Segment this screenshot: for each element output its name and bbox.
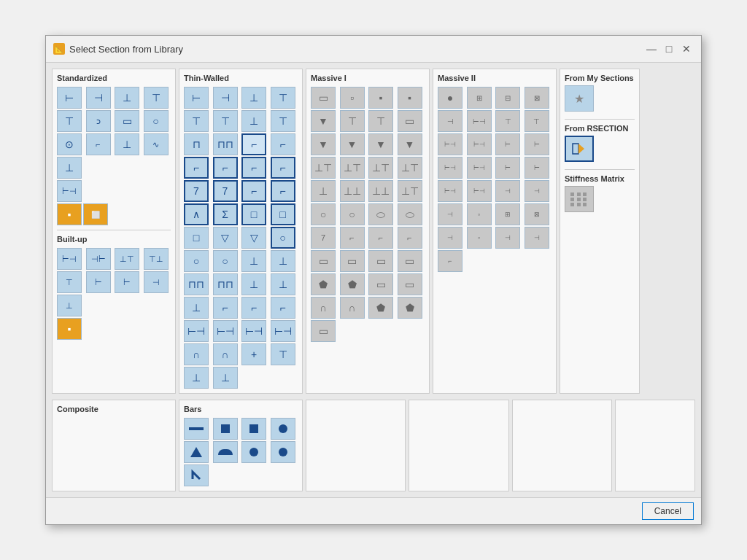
mii-icon-22[interactable]: ▫: [467, 203, 492, 225]
rsection-icon[interactable]: [565, 136, 594, 162]
mi-icon-23[interactable]: ⬭: [368, 203, 393, 225]
mii-icon-7[interactable]: ⊤: [495, 110, 520, 132]
tw-icon-40[interactable]: ⌐: [271, 297, 295, 319]
tw-icon-17[interactable]: 7: [184, 180, 209, 202]
tw-icon-46[interactable]: ∩: [213, 343, 238, 365]
mi-icon-21[interactable]: ○: [311, 203, 336, 225]
mi-icon-10[interactable]: ▼: [340, 133, 365, 155]
cancel-button[interactable]: Cancel: [642, 502, 694, 520]
tw-icon-18[interactable]: 7: [213, 180, 238, 202]
mii-icon-20[interactable]: ⊣: [525, 180, 549, 202]
mii-icon-6[interactable]: ⊢⊣: [467, 110, 492, 132]
std-stripe-icon[interactable]: ⬜: [83, 203, 108, 225]
mi-icon-34[interactable]: ⬟: [340, 273, 365, 295]
mi-icon-17[interactable]: ⊥: [311, 180, 336, 202]
bar-icon-7[interactable]: [241, 441, 266, 463]
mi-icon-2[interactable]: ▫: [340, 87, 365, 109]
bu-icon-3[interactable]: ⊥⊤: [115, 248, 139, 270]
mii-icon-14[interactable]: ⊢⊣: [467, 157, 492, 179]
mii-icon-19[interactable]: ⊣: [495, 180, 520, 202]
tw-icon-19[interactable]: ⌐: [241, 180, 266, 202]
std-icon-14[interactable]: ⊢⊣: [57, 180, 82, 202]
mi-icon-36[interactable]: ▭: [398, 273, 422, 295]
mi-icon-28[interactable]: ⌐: [398, 227, 422, 249]
mi-icon-7[interactable]: ⊤: [368, 110, 393, 132]
mi-icon-12[interactable]: ▼: [398, 133, 422, 155]
bar-icon-1[interactable]: [184, 418, 209, 440]
bu-icon-5[interactable]: ⊤: [57, 271, 82, 293]
tw-icon-41[interactable]: ⊢⊣: [184, 320, 209, 342]
bu-icon-4[interactable]: ⊤⊥: [144, 248, 169, 270]
bu-icon-8[interactable]: ⊣: [144, 271, 169, 293]
mi-icon-35[interactable]: ▭: [368, 273, 393, 295]
bu-icon-7[interactable]: ⊢: [115, 271, 139, 293]
bar-icon-9[interactable]: [184, 464, 209, 486]
tw-icon-32[interactable]: ⊥: [271, 250, 295, 272]
mii-icon-27[interactable]: ⊣: [495, 227, 520, 249]
mi-icon-32[interactable]: ▭: [398, 250, 422, 272]
mii-icon-4[interactable]: ⊠: [525, 87, 549, 109]
minimize-button[interactable]: —: [644, 42, 659, 56]
tw-icon-28[interactable]: ○: [271, 227, 295, 249]
tw-icon-2[interactable]: ⊣: [213, 87, 238, 109]
mi-icon-33[interactable]: ⬟: [311, 273, 336, 295]
std-icon-2[interactable]: ⊣: [86, 87, 111, 109]
mi-icon-20[interactable]: ⊥⊤: [398, 180, 422, 202]
tw-icon-31[interactable]: ⊥: [241, 250, 266, 272]
std-icon-3[interactable]: ⊥: [115, 87, 139, 109]
mii-icon-18[interactable]: ⊢⊣: [467, 180, 492, 202]
mi-icon-29[interactable]: ▭: [311, 250, 336, 272]
tw-icon-16[interactable]: ⌐: [271, 157, 295, 179]
tw-icon-12[interactable]: ⌐: [271, 133, 295, 155]
tw-icon-45[interactable]: ∩: [184, 343, 209, 365]
std-icon-12[interactable]: ∿: [144, 133, 169, 155]
std-icon-9[interactable]: ⊙: [57, 133, 82, 155]
mi-icon-4[interactable]: ▪: [398, 87, 422, 109]
close-button[interactable]: ✕: [679, 42, 694, 56]
mi-icon-9[interactable]: ▼: [311, 133, 336, 155]
bar-icon-4[interactable]: [271, 418, 295, 440]
tw-icon-27[interactable]: ▽: [241, 227, 266, 249]
mi-icon-24[interactable]: ⬭: [398, 203, 422, 225]
stiffness-icon[interactable]: [565, 186, 594, 212]
mi-icon-31[interactable]: ▭: [368, 250, 393, 272]
mi-icon-19[interactable]: ⊥⊥: [368, 180, 393, 202]
std-icon-4[interactable]: ⊤: [144, 87, 169, 109]
tw-icon-13[interactable]: ⌐: [184, 157, 209, 179]
bu-icon-1[interactable]: ⊢⊣: [57, 248, 82, 270]
mi-icon-30[interactable]: ▭: [340, 250, 365, 272]
mii-icon-24[interactable]: ⊠: [525, 203, 549, 225]
mi-icon-18[interactable]: ⊥⊥: [340, 180, 365, 202]
mi-icon-6[interactable]: ⊤: [340, 110, 365, 132]
tw-icon-8[interactable]: ⊤: [271, 110, 295, 132]
tw-icon-4[interactable]: ⊤: [271, 87, 295, 109]
tw-icon-42[interactable]: ⊢⊣: [213, 320, 238, 342]
mi-icon-22[interactable]: ○: [340, 203, 365, 225]
my-sections-icon[interactable]: ★: [565, 85, 594, 112]
mi-icon-37[interactable]: ∩: [311, 297, 336, 319]
std-icon-1[interactable]: ⊢: [57, 87, 82, 109]
mii-icon-8[interactable]: ⊤: [525, 110, 549, 132]
bu-icon-6[interactable]: ⊢: [86, 271, 111, 293]
tw-icon-10[interactable]: ⊓⊓: [213, 133, 238, 155]
mii-icon-5[interactable]: ⊣: [438, 110, 462, 132]
tw-icon-38[interactable]: ⌐: [213, 297, 238, 319]
std-icon-6[interactable]: ↄ: [86, 110, 111, 132]
mi-icon-5[interactable]: ▼: [311, 110, 336, 132]
tw-icon-29[interactable]: ○: [184, 250, 209, 272]
maximize-button[interactable]: □: [662, 42, 676, 56]
mii-icon-25[interactable]: ⊣: [438, 227, 462, 249]
std-orange-icon[interactable]: ▪: [57, 203, 82, 225]
bar-icon-3[interactable]: [241, 418, 266, 440]
tw-icon-20[interactable]: ⌐: [271, 180, 295, 202]
mi-icon-8[interactable]: ▭: [398, 110, 422, 132]
mii-icon-2[interactable]: ⊞: [467, 87, 492, 109]
tw-icon-5[interactable]: ⊤: [184, 110, 209, 132]
mii-icon-15[interactable]: ⊢: [495, 157, 520, 179]
tw-icon-47[interactable]: +: [241, 343, 266, 365]
tw-icon-3[interactable]: ⊥: [241, 87, 266, 109]
std-icon-5[interactable]: ⊤: [57, 110, 82, 132]
tw-icon-21[interactable]: ∧: [184, 203, 209, 225]
mi-icon-39[interactable]: ⬟: [368, 297, 393, 319]
tw-icon-23[interactable]: □: [241, 203, 266, 225]
